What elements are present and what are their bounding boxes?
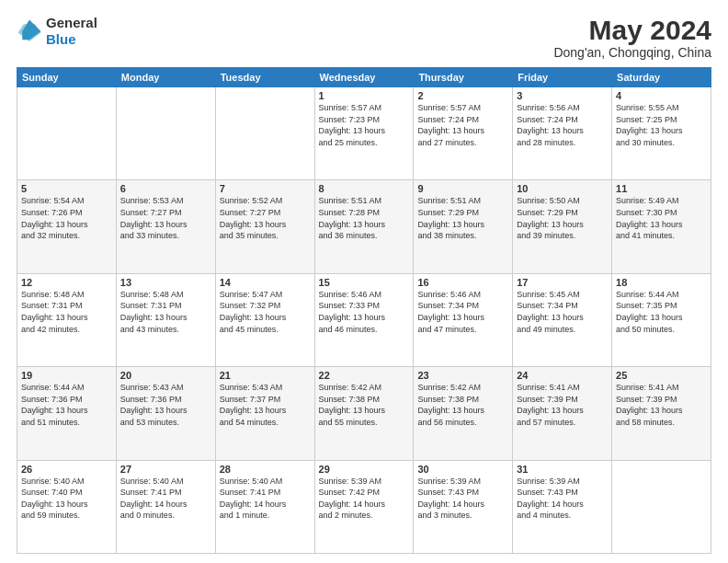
calendar-day-cell: 2Sunrise: 5:57 AM Sunset: 7:24 PM Daylig… <box>414 87 513 180</box>
calendar-day-cell: 3Sunrise: 5:56 AM Sunset: 7:24 PM Daylig… <box>513 87 612 180</box>
day-info: Sunrise: 5:39 AM Sunset: 7:43 PM Dayligh… <box>517 476 608 522</box>
calendar-day-cell: 14Sunrise: 5:47 AM Sunset: 7:32 PM Dayli… <box>215 273 314 366</box>
logo-line2: Blue <box>46 31 97 48</box>
main-title: May 2024 <box>553 15 711 45</box>
day-number: 7 <box>220 183 311 194</box>
calendar-day-cell: 5Sunrise: 5:54 AM Sunset: 7:26 PM Daylig… <box>17 180 117 273</box>
day-info: Sunrise: 5:43 AM Sunset: 7:37 PM Dayligh… <box>220 382 311 428</box>
day-number: 2 <box>417 90 508 101</box>
day-info: Sunrise: 5:49 AM Sunset: 7:30 PM Dayligh… <box>616 195 707 241</box>
calendar-day-cell: 7Sunrise: 5:52 AM Sunset: 7:27 PM Daylig… <box>215 180 314 273</box>
day-info: Sunrise: 5:39 AM Sunset: 7:42 PM Dayligh… <box>319 476 410 522</box>
day-number: 5 <box>21 183 112 194</box>
day-info: Sunrise: 5:53 AM Sunset: 7:27 PM Dayligh… <box>120 195 211 241</box>
calendar-day-cell: 4Sunrise: 5:55 AM Sunset: 7:25 PM Daylig… <box>612 87 711 180</box>
day-number: 19 <box>21 370 112 381</box>
day-info: Sunrise: 5:56 AM Sunset: 7:24 PM Dayligh… <box>517 102 608 148</box>
day-info: Sunrise: 5:41 AM Sunset: 7:39 PM Dayligh… <box>616 382 707 428</box>
title-block: May 2024 Dong'an, Chongqing, China <box>553 15 711 60</box>
day-info: Sunrise: 5:55 AM Sunset: 7:25 PM Dayligh… <box>616 102 707 148</box>
day-info: Sunrise: 5:51 AM Sunset: 7:28 PM Dayligh… <box>319 195 410 241</box>
day-number: 11 <box>616 183 707 194</box>
calendar-week-row: 19Sunrise: 5:44 AM Sunset: 7:36 PM Dayli… <box>17 367 711 460</box>
day-number: 17 <box>517 277 608 288</box>
day-number: 21 <box>220 370 311 381</box>
calendar-header-cell: Saturday <box>612 68 711 87</box>
day-info: Sunrise: 5:41 AM Sunset: 7:39 PM Dayligh… <box>517 382 608 428</box>
calendar-week-row: 5Sunrise: 5:54 AM Sunset: 7:26 PM Daylig… <box>17 180 711 273</box>
calendar-week-row: 1Sunrise: 5:57 AM Sunset: 7:23 PM Daylig… <box>17 87 711 180</box>
day-info: Sunrise: 5:40 AM Sunset: 7:40 PM Dayligh… <box>21 476 112 522</box>
calendar-day-cell: 23Sunrise: 5:42 AM Sunset: 7:38 PM Dayli… <box>414 367 513 460</box>
calendar-header-row: SundayMondayTuesdayWednesdayThursdayFrid… <box>17 68 711 87</box>
calendar-day-cell: 28Sunrise: 5:40 AM Sunset: 7:41 PM Dayli… <box>215 460 314 553</box>
day-number: 29 <box>319 464 410 475</box>
day-number: 23 <box>417 370 508 381</box>
day-info: Sunrise: 5:51 AM Sunset: 7:29 PM Dayligh… <box>417 195 508 241</box>
calendar-header-cell: Wednesday <box>314 68 414 87</box>
calendar-week-row: 12Sunrise: 5:48 AM Sunset: 7:31 PM Dayli… <box>17 273 711 366</box>
calendar-day-cell: 24Sunrise: 5:41 AM Sunset: 7:39 PM Dayli… <box>513 367 612 460</box>
calendar-day-cell: 27Sunrise: 5:40 AM Sunset: 7:41 PM Dayli… <box>116 460 215 553</box>
calendar-day-cell: 16Sunrise: 5:46 AM Sunset: 7:34 PM Dayli… <box>414 273 513 366</box>
day-number: 1 <box>319 90 410 101</box>
calendar-day-cell <box>116 87 215 180</box>
calendar-day-cell: 20Sunrise: 5:43 AM Sunset: 7:36 PM Dayli… <box>116 367 215 460</box>
day-info: Sunrise: 5:47 AM Sunset: 7:32 PM Dayligh… <box>220 289 311 335</box>
calendar-day-cell <box>215 87 314 180</box>
calendar-day-cell: 13Sunrise: 5:48 AM Sunset: 7:31 PM Dayli… <box>116 273 215 366</box>
day-number: 9 <box>417 183 508 194</box>
calendar-day-cell: 15Sunrise: 5:46 AM Sunset: 7:33 PM Dayli… <box>314 273 414 366</box>
day-info: Sunrise: 5:45 AM Sunset: 7:34 PM Dayligh… <box>517 289 608 335</box>
logo-text: General Blue <box>46 15 97 48</box>
logo-line1: General <box>46 15 97 31</box>
calendar-day-cell: 11Sunrise: 5:49 AM Sunset: 7:30 PM Dayli… <box>612 180 711 273</box>
calendar-week-row: 26Sunrise: 5:40 AM Sunset: 7:40 PM Dayli… <box>17 460 711 553</box>
day-number: 26 <box>21 464 112 475</box>
header: General Blue May 2024 Dong'an, Chongqing… <box>17 15 711 60</box>
calendar-header-cell: Thursday <box>414 68 513 87</box>
calendar-day-cell: 17Sunrise: 5:45 AM Sunset: 7:34 PM Dayli… <box>513 273 612 366</box>
calendar-day-cell: 6Sunrise: 5:53 AM Sunset: 7:27 PM Daylig… <box>116 180 215 273</box>
day-info: Sunrise: 5:42 AM Sunset: 7:38 PM Dayligh… <box>319 382 410 428</box>
day-number: 8 <box>319 183 410 194</box>
day-number: 3 <box>517 90 608 101</box>
calendar-day-cell: 18Sunrise: 5:44 AM Sunset: 7:35 PM Dayli… <box>612 273 711 366</box>
day-info: Sunrise: 5:50 AM Sunset: 7:29 PM Dayligh… <box>517 195 608 241</box>
svg-marker-1 <box>18 24 41 41</box>
day-info: Sunrise: 5:39 AM Sunset: 7:43 PM Dayligh… <box>417 476 508 522</box>
calendar-table: SundayMondayTuesdayWednesdayThursdayFrid… <box>17 67 711 554</box>
day-number: 24 <box>517 370 608 381</box>
calendar-day-cell: 25Sunrise: 5:41 AM Sunset: 7:39 PM Dayli… <box>612 367 711 460</box>
day-info: Sunrise: 5:46 AM Sunset: 7:33 PM Dayligh… <box>319 289 410 335</box>
calendar-day-cell: 19Sunrise: 5:44 AM Sunset: 7:36 PM Dayli… <box>17 367 117 460</box>
calendar-header-cell: Tuesday <box>215 68 314 87</box>
day-number: 18 <box>616 277 707 288</box>
calendar-day-cell: 30Sunrise: 5:39 AM Sunset: 7:43 PM Dayli… <box>414 460 513 553</box>
day-info: Sunrise: 5:44 AM Sunset: 7:35 PM Dayligh… <box>616 289 707 335</box>
calendar-day-cell: 8Sunrise: 5:51 AM Sunset: 7:28 PM Daylig… <box>314 180 414 273</box>
calendar-header-cell: Friday <box>513 68 612 87</box>
calendar-day-cell: 22Sunrise: 5:42 AM Sunset: 7:38 PM Dayli… <box>314 367 414 460</box>
calendar-header-cell: Monday <box>116 68 215 87</box>
day-info: Sunrise: 5:40 AM Sunset: 7:41 PM Dayligh… <box>120 476 211 522</box>
day-number: 28 <box>220 464 311 475</box>
page: General Blue May 2024 Dong'an, Chongqing… <box>0 0 728 563</box>
day-number: 13 <box>120 277 211 288</box>
calendar-day-cell: 9Sunrise: 5:51 AM Sunset: 7:29 PM Daylig… <box>414 180 513 273</box>
logo: General Blue <box>17 15 97 48</box>
day-number: 27 <box>120 464 211 475</box>
calendar-day-cell: 26Sunrise: 5:40 AM Sunset: 7:40 PM Dayli… <box>17 460 117 553</box>
calendar-header-cell: Sunday <box>17 68 117 87</box>
day-number: 4 <box>616 90 707 101</box>
day-number: 16 <box>417 277 508 288</box>
logo-icon <box>17 18 42 44</box>
day-info: Sunrise: 5:54 AM Sunset: 7:26 PM Dayligh… <box>21 195 112 241</box>
day-info: Sunrise: 5:52 AM Sunset: 7:27 PM Dayligh… <box>220 195 311 241</box>
calendar-day-cell <box>612 460 711 553</box>
day-number: 20 <box>120 370 211 381</box>
day-number: 6 <box>120 183 211 194</box>
calendar-day-cell: 12Sunrise: 5:48 AM Sunset: 7:31 PM Dayli… <box>17 273 117 366</box>
day-number: 14 <box>220 277 311 288</box>
calendar-body: 1Sunrise: 5:57 AM Sunset: 7:23 PM Daylig… <box>17 87 711 554</box>
